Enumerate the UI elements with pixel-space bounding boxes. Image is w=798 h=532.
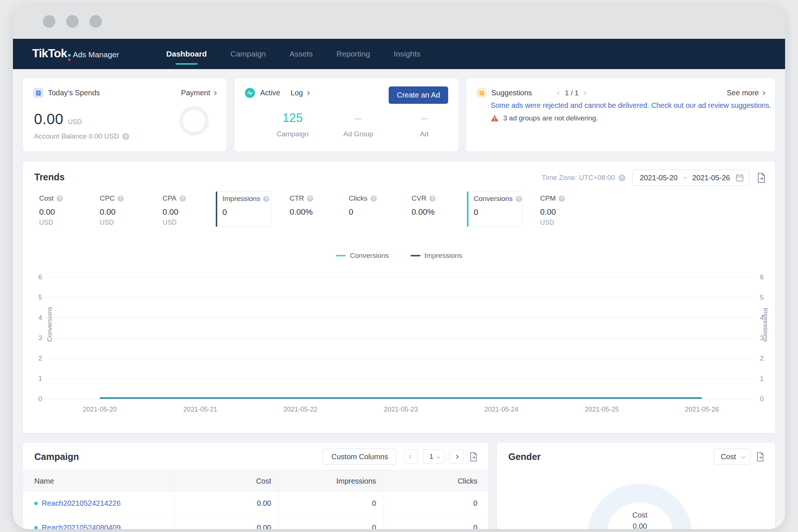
account-balance: Account Balance 0.00 USD — [34, 132, 129, 140]
window-control-dot[interactable] — [66, 15, 79, 28]
suggestions-card: Suggestions 1 / 1 See more Some ads were… — [466, 78, 775, 151]
help-icon[interactable] — [559, 195, 565, 202]
window-control-dot[interactable] — [89, 15, 102, 28]
column-header-impressions[interactable]: Impressions — [279, 470, 376, 492]
cell-cost: 0.00 — [174, 516, 271, 529]
y-axis-tick-left: 2 — [27, 354, 42, 363]
cell-clicks: 0 — [383, 516, 477, 529]
help-icon[interactable] — [429, 195, 436, 202]
conversions-dash-icon — [336, 255, 346, 256]
warning-icon — [491, 115, 499, 122]
metric-cpc[interactable]: CPC 0.00 USD — [100, 191, 124, 227]
metric-cost[interactable]: Cost 0.00 USD — [39, 191, 63, 227]
tiktok-logo: TikTok Ads Manager — [32, 47, 119, 62]
trend-line-chart — [48, 277, 756, 400]
x-axis-label: 2021-05-26 — [685, 406, 719, 413]
metric-cpa[interactable]: CPA 0.00 USD — [163, 191, 186, 227]
suggestions-icon — [477, 88, 487, 98]
x-axis-label: 2021-05-20 — [83, 406, 117, 413]
column-header-clicks[interactable]: Clicks — [383, 470, 477, 492]
gender-title: Gender — [508, 451, 541, 462]
stat-ad-group[interactable]: – Ad Group — [325, 111, 391, 138]
account-status-card: Active Log Create an Ad 125 Campaign – A… — [235, 78, 458, 151]
delivery-warning: 3 ad groups are not delivering. — [491, 114, 598, 122]
help-icon[interactable] — [516, 196, 522, 202]
y-axis-tick-left: 0 — [27, 395, 42, 403]
pager-prev-icon[interactable] — [557, 91, 561, 95]
gender-metric-select[interactable]: Cost — [714, 449, 750, 465]
metric-clicks[interactable]: Clicks 0 — [349, 191, 377, 227]
payment-link[interactable]: Payment — [181, 89, 216, 97]
page-prev-button[interactable] — [404, 450, 418, 464]
spends-icon — [33, 88, 43, 98]
export-gender-icon[interactable] — [756, 452, 765, 462]
create-ad-button[interactable]: Create an Ad — [389, 86, 448, 104]
campaign-link[interactable]: Reach20210524080409 — [42, 524, 121, 529]
custom-columns-button[interactable]: Custom Columns — [323, 449, 396, 465]
metric-conversions-selected[interactable]: Conversions 0 — [467, 191, 522, 227]
nav-item-dashboard[interactable]: Dashboard — [154, 39, 219, 69]
calendar-icon — [735, 173, 744, 182]
export-table-icon[interactable] — [469, 452, 478, 462]
pager-next-icon[interactable] — [582, 91, 586, 95]
cell-cost: 0.00 — [174, 491, 271, 515]
y-axis-tick-right: 2 — [760, 354, 775, 363]
y-axis-tick-right: 1 — [760, 374, 775, 383]
window-control-dot[interactable] — [43, 15, 55, 28]
cell-impressions: 0 — [279, 516, 376, 529]
column-header-cost[interactable]: Cost — [174, 470, 271, 492]
help-icon[interactable] — [618, 174, 625, 181]
metric-cpm[interactable]: CPM 0.00 USD — [540, 191, 565, 227]
chart-legend: Conversions Impressions — [23, 252, 775, 260]
metric-cvr[interactable]: CVR 0.00% — [412, 191, 436, 227]
help-icon[interactable] — [117, 195, 124, 202]
export-report-icon[interactable] — [756, 173, 766, 183]
suggestions-title: Suggestions — [491, 89, 532, 97]
help-icon[interactable] — [122, 133, 129, 140]
nav-menu: Dashboard Campaign Assets Reporting Insi… — [154, 39, 432, 69]
page-next-button[interactable] — [450, 450, 464, 464]
tiktok-colon-icon — [68, 54, 71, 61]
x-axis-label: 2021-05-22 — [283, 406, 317, 413]
help-icon[interactable] — [307, 195, 313, 202]
nav-item-reporting[interactable]: Reporting — [325, 39, 382, 69]
gender-card: Gender Cost Cost 0.00 USD — [497, 443, 775, 529]
metric-impressions-selected[interactable]: Impressions 0 — [216, 191, 271, 227]
spends-donut-chart — [179, 106, 209, 136]
page-select[interactable]: 1 — [423, 450, 444, 464]
legend-conversions[interactable]: Conversions — [336, 252, 389, 260]
top-navigation: TikTok Ads Manager Dashboard Campaign As… — [13, 39, 785, 69]
nav-item-assets[interactable]: Assets — [278, 39, 325, 69]
help-icon[interactable] — [263, 196, 269, 202]
brand-suffix: Ads Manager — [73, 50, 119, 59]
suggestions-pager: 1 / 1 — [557, 89, 586, 97]
see-more-link[interactable]: See more — [727, 89, 765, 97]
rejected-ads-message[interactable]: Some ads were rejected and cannot be del… — [491, 101, 771, 110]
help-icon[interactable] — [57, 195, 63, 202]
y-axis-tick-left: 5 — [27, 293, 42, 302]
campaign-link[interactable]: Reach20210524214226 — [42, 499, 121, 508]
window-titlebar — [13, 4, 785, 39]
browser-window: TikTok Ads Manager Dashboard Campaign As… — [13, 4, 785, 529]
y-axis-tick-left: 3 — [27, 334, 42, 342]
metric-ctr[interactable]: CTR 0.00% — [290, 191, 313, 227]
column-divider — [383, 470, 384, 529]
help-icon[interactable] — [371, 195, 377, 202]
table-header: Name Cost Impressions Clicks — [23, 470, 488, 491]
status-dot-icon — [34, 526, 38, 529]
stat-ad[interactable]: – Ad — [391, 111, 457, 138]
stat-campaign[interactable]: 125 Campaign — [260, 111, 325, 138]
help-icon[interactable] — [180, 195, 186, 202]
status-label: Active — [260, 89, 280, 97]
trends-panel: Trends Time Zone: UTC+08:00 2021-05-20 ~… — [23, 161, 775, 433]
y-axis-tick-right: 5 — [760, 293, 775, 302]
date-range-picker[interactable]: 2021-05-20 ~ 2021-05-26 — [632, 170, 750, 186]
nav-item-campaign[interactable]: Campaign — [219, 39, 278, 69]
y-axis-tick-right: 0 — [760, 395, 775, 403]
cell-clicks: 0 — [383, 491, 477, 515]
x-axis-label: 2021-05-23 — [384, 406, 418, 413]
legend-impressions[interactable]: Impressions — [410, 252, 462, 260]
column-header-name[interactable]: Name — [34, 470, 54, 492]
log-link[interactable]: Log — [290, 89, 309, 97]
nav-item-insights[interactable]: Insights — [382, 39, 432, 69]
